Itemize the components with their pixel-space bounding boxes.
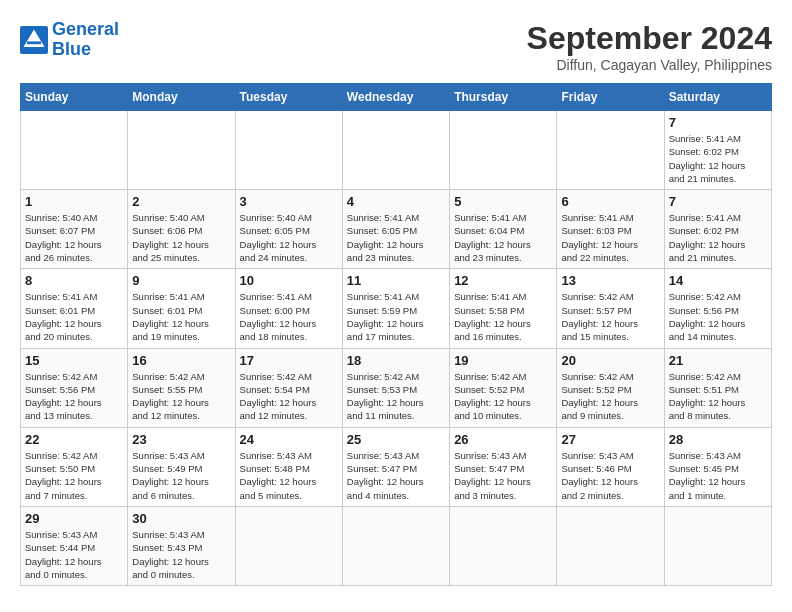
calendar-cell: 10Sunrise: 5:41 AM Sunset: 6:00 PM Dayli… xyxy=(235,269,342,348)
day-number: 10 xyxy=(240,273,338,288)
day-info: Sunrise: 5:42 AM Sunset: 5:55 PM Dayligh… xyxy=(132,370,230,423)
day-number: 6 xyxy=(561,194,659,209)
calendar-cell: 17Sunrise: 5:42 AM Sunset: 5:54 PM Dayli… xyxy=(235,348,342,427)
day-info: Sunrise: 5:41 AM Sunset: 6:02 PM Dayligh… xyxy=(669,211,767,264)
day-number: 18 xyxy=(347,353,445,368)
header-cell-sunday: Sunday xyxy=(21,84,128,111)
day-info: Sunrise: 5:42 AM Sunset: 5:57 PM Dayligh… xyxy=(561,290,659,343)
calendar-cell: 23Sunrise: 5:43 AM Sunset: 5:49 PM Dayli… xyxy=(128,427,235,506)
calendar-cell: 7Sunrise: 5:41 AM Sunset: 6:02 PM Daylig… xyxy=(664,190,771,269)
header-row: SundayMondayTuesdayWednesdayThursdayFrid… xyxy=(21,84,772,111)
calendar-cell: 9Sunrise: 5:41 AM Sunset: 6:01 PM Daylig… xyxy=(128,269,235,348)
day-number: 13 xyxy=(561,273,659,288)
day-number: 19 xyxy=(454,353,552,368)
day-number: 25 xyxy=(347,432,445,447)
calendar-cell: 24Sunrise: 5:43 AM Sunset: 5:48 PM Dayli… xyxy=(235,427,342,506)
day-info: Sunrise: 5:42 AM Sunset: 5:56 PM Dayligh… xyxy=(25,370,123,423)
calendar-cell: 18Sunrise: 5:42 AM Sunset: 5:53 PM Dayli… xyxy=(342,348,449,427)
day-info: Sunrise: 5:42 AM Sunset: 5:50 PM Dayligh… xyxy=(25,449,123,502)
calendar-cell: 11Sunrise: 5:41 AM Sunset: 5:59 PM Dayli… xyxy=(342,269,449,348)
day-info: Sunrise: 5:41 AM Sunset: 6:01 PM Dayligh… xyxy=(132,290,230,343)
day-number: 5 xyxy=(454,194,552,209)
day-info: Sunrise: 5:43 AM Sunset: 5:47 PM Dayligh… xyxy=(454,449,552,502)
day-number: 15 xyxy=(25,353,123,368)
calendar-cell: 25Sunrise: 5:43 AM Sunset: 5:47 PM Dayli… xyxy=(342,427,449,506)
day-info: Sunrise: 5:40 AM Sunset: 6:05 PM Dayligh… xyxy=(240,211,338,264)
day-number: 29 xyxy=(25,511,123,526)
calendar-cell: 3Sunrise: 5:40 AM Sunset: 6:05 PM Daylig… xyxy=(235,190,342,269)
calendar-cell xyxy=(342,111,449,190)
calendar-cell: 2Sunrise: 5:40 AM Sunset: 6:06 PM Daylig… xyxy=(128,190,235,269)
day-info: Sunrise: 5:41 AM Sunset: 5:58 PM Dayligh… xyxy=(454,290,552,343)
calendar-cell: 22Sunrise: 5:42 AM Sunset: 5:50 PM Dayli… xyxy=(21,427,128,506)
day-number: 1 xyxy=(25,194,123,209)
calendar-cell: 29Sunrise: 5:43 AM Sunset: 5:44 PM Dayli… xyxy=(21,506,128,585)
day-info: Sunrise: 5:41 AM Sunset: 6:02 PM Dayligh… xyxy=(669,132,767,185)
day-number: 14 xyxy=(669,273,767,288)
day-number: 8 xyxy=(25,273,123,288)
day-number: 23 xyxy=(132,432,230,447)
logo-icon xyxy=(20,26,48,54)
calendar-week-2: 8Sunrise: 5:41 AM Sunset: 6:01 PM Daylig… xyxy=(21,269,772,348)
calendar-week-1: 1Sunrise: 5:40 AM Sunset: 6:07 PM Daylig… xyxy=(21,190,772,269)
day-info: Sunrise: 5:42 AM Sunset: 5:54 PM Dayligh… xyxy=(240,370,338,423)
day-info: Sunrise: 5:42 AM Sunset: 5:56 PM Dayligh… xyxy=(669,290,767,343)
calendar-cell xyxy=(235,506,342,585)
day-info: Sunrise: 5:40 AM Sunset: 6:06 PM Dayligh… xyxy=(132,211,230,264)
day-number: 16 xyxy=(132,353,230,368)
header-cell-monday: Monday xyxy=(128,84,235,111)
header-cell-wednesday: Wednesday xyxy=(342,84,449,111)
calendar-header: SundayMondayTuesdayWednesdayThursdayFrid… xyxy=(21,84,772,111)
calendar-cell xyxy=(557,506,664,585)
day-number: 7 xyxy=(669,115,767,130)
calendar-cell: 12Sunrise: 5:41 AM Sunset: 5:58 PM Dayli… xyxy=(450,269,557,348)
header-cell-friday: Friday xyxy=(557,84,664,111)
day-info: Sunrise: 5:41 AM Sunset: 5:59 PM Dayligh… xyxy=(347,290,445,343)
day-info: Sunrise: 5:43 AM Sunset: 5:47 PM Dayligh… xyxy=(347,449,445,502)
day-number: 20 xyxy=(561,353,659,368)
calendar-table: SundayMondayTuesdayWednesdayThursdayFrid… xyxy=(20,83,772,586)
day-info: Sunrise: 5:42 AM Sunset: 5:52 PM Dayligh… xyxy=(561,370,659,423)
calendar-week-0: 7Sunrise: 5:41 AM Sunset: 6:02 PM Daylig… xyxy=(21,111,772,190)
day-number: 24 xyxy=(240,432,338,447)
day-info: Sunrise: 5:43 AM Sunset: 5:49 PM Dayligh… xyxy=(132,449,230,502)
calendar-cell: 28Sunrise: 5:43 AM Sunset: 5:45 PM Dayli… xyxy=(664,427,771,506)
calendar-week-5: 29Sunrise: 5:43 AM Sunset: 5:44 PM Dayli… xyxy=(21,506,772,585)
calendar-cell: 7Sunrise: 5:41 AM Sunset: 6:02 PM Daylig… xyxy=(664,111,771,190)
day-number: 21 xyxy=(669,353,767,368)
calendar-cell: 5Sunrise: 5:41 AM Sunset: 6:04 PM Daylig… xyxy=(450,190,557,269)
day-number: 3 xyxy=(240,194,338,209)
calendar-cell: 20Sunrise: 5:42 AM Sunset: 5:52 PM Dayli… xyxy=(557,348,664,427)
day-info: Sunrise: 5:42 AM Sunset: 5:53 PM Dayligh… xyxy=(347,370,445,423)
calendar-cell xyxy=(128,111,235,190)
day-number: 11 xyxy=(347,273,445,288)
day-number: 7 xyxy=(669,194,767,209)
day-number: 17 xyxy=(240,353,338,368)
calendar-cell xyxy=(450,111,557,190)
calendar-cell: 6Sunrise: 5:41 AM Sunset: 6:03 PM Daylig… xyxy=(557,190,664,269)
day-info: Sunrise: 5:41 AM Sunset: 6:03 PM Dayligh… xyxy=(561,211,659,264)
calendar-cell: 14Sunrise: 5:42 AM Sunset: 5:56 PM Dayli… xyxy=(664,269,771,348)
logo-text: General Blue xyxy=(52,20,119,60)
calendar-cell xyxy=(342,506,449,585)
calendar-cell: 26Sunrise: 5:43 AM Sunset: 5:47 PM Dayli… xyxy=(450,427,557,506)
calendar-week-4: 22Sunrise: 5:42 AM Sunset: 5:50 PM Dayli… xyxy=(21,427,772,506)
calendar-cell: 27Sunrise: 5:43 AM Sunset: 5:46 PM Dayli… xyxy=(557,427,664,506)
calendar-cell: 19Sunrise: 5:42 AM Sunset: 5:52 PM Dayli… xyxy=(450,348,557,427)
day-number: 22 xyxy=(25,432,123,447)
day-number: 4 xyxy=(347,194,445,209)
day-number: 26 xyxy=(454,432,552,447)
logo-line2: Blue xyxy=(52,39,91,59)
header-cell-saturday: Saturday xyxy=(664,84,771,111)
day-info: Sunrise: 5:43 AM Sunset: 5:46 PM Dayligh… xyxy=(561,449,659,502)
title-area: September 2024 Diffun, Cagayan Valley, P… xyxy=(527,20,772,73)
day-info: Sunrise: 5:42 AM Sunset: 5:51 PM Dayligh… xyxy=(669,370,767,423)
calendar-cell xyxy=(664,506,771,585)
calendar-cell xyxy=(450,506,557,585)
logo-line1: General xyxy=(52,19,119,39)
day-info: Sunrise: 5:41 AM Sunset: 6:01 PM Dayligh… xyxy=(25,290,123,343)
month-title: September 2024 xyxy=(527,20,772,57)
calendar-cell: 15Sunrise: 5:42 AM Sunset: 5:56 PM Dayli… xyxy=(21,348,128,427)
header-cell-tuesday: Tuesday xyxy=(235,84,342,111)
calendar-cell: 21Sunrise: 5:42 AM Sunset: 5:51 PM Dayli… xyxy=(664,348,771,427)
